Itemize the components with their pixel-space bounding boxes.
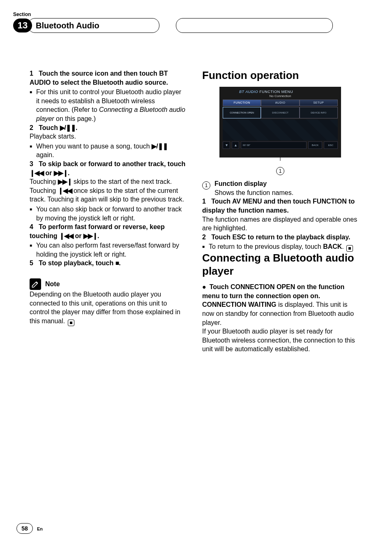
page-number: 58 <box>16 523 33 534</box>
step4-sub: ■ You can also perform fast reverse/fast… <box>30 241 186 259</box>
left-column: 1 Touch the source icon and then touch B… <box>30 69 186 354</box>
fstep1-head: 1 Touch AV MENU and then touch FUNCTION … <box>202 197 358 215</box>
bullet-icon: ■ <box>30 241 32 259</box>
ss-title: BT AUDIO FUNCTION MENU <box>223 89 338 94</box>
device-screenshot: BT AUDIO FUNCTION MENU No Connection FUN… <box>219 87 341 158</box>
function-operation-heading: Function operation <box>202 69 358 82</box>
step2-sub: ■ When you want to pause a song, touch ▶… <box>30 142 186 160</box>
ss-status: 00' 00" <box>241 141 307 149</box>
ss-tab-setup[interactable]: SETUP <box>300 100 338 106</box>
ss-tab-function[interactable]: FUNCTION <box>223 100 261 106</box>
ss-btn-disconnect[interactable]: DISCONNECT <box>261 107 299 118</box>
step3-head: 3 To skip back or forward to another tra… <box>30 160 186 177</box>
header-row: 13 Bluetooth Audio <box>13 18 362 33</box>
ss-back-button[interactable]: BACK <box>308 141 322 149</box>
ss-down-icon[interactable]: ▾ <box>223 141 230 149</box>
conn-line2: If your Bluetooth audio player is set re… <box>202 327 358 354</box>
ss-footer: ▾ ▴ 00' 00" BACK ESC <box>223 141 338 149</box>
prev-track-icon: ❙◀◀ <box>30 169 44 176</box>
next-track-icon: ▶▶❙ <box>58 178 72 185</box>
bullet-icon: ■ <box>30 142 32 160</box>
stop-icon: ■ <box>115 259 119 266</box>
ss-up-icon[interactable]: ▴ <box>232 141 239 149</box>
bullet-icon: ■ <box>30 205 32 222</box>
step2-head: 2 Touch ▶/❚❚. <box>30 123 186 132</box>
step4-head: 4 To perform fast forward or reverse, ke… <box>30 222 186 240</box>
next-track-icon: ▶▶❙ <box>83 232 97 239</box>
right-column: Function operation BT AUDIO FUNCTION MEN… <box>202 69 358 354</box>
function-display-desc: Shows the function names. <box>214 189 293 196</box>
step1-sub: ■ For this unit to control your Bluetoot… <box>30 88 186 123</box>
conn-bullet: ●Touch CONNECTION OPEN on the function m… <box>202 283 358 301</box>
ss-button-row: CONNECTION OPEN DISCONNECT DEVICE INFO <box>223 107 338 118</box>
bullet-icon: ■ <box>202 242 205 252</box>
step5-head: 5 To stop playback, touch ■. <box>30 259 186 268</box>
ss-btn-connection-open[interactable]: CONNECTION OPEN <box>223 107 261 118</box>
end-mark-icon <box>68 320 74 326</box>
ss-tab-audio[interactable]: AUDIO <box>261 100 299 106</box>
ss-empty-area <box>223 119 338 141</box>
function-display-item: 1 Function display Shows the function na… <box>202 179 358 197</box>
section-number-badge: 13 <box>13 19 32 32</box>
fstep2-sub: ■ To return to the previous display, tou… <box>202 242 358 252</box>
prev-track-icon: ❙◀◀ <box>58 187 72 194</box>
step1-head: 1 Touch the source icon and then touch B… <box>30 69 186 87</box>
fstep2-head: 2 Touch ESC to return to the playback di… <box>202 233 358 242</box>
page-language: En <box>37 526 43 531</box>
note-header: Note <box>30 278 186 290</box>
ss-btn-device-info[interactable]: DEVICE INFO <box>300 107 338 118</box>
connecting-heading: Connecting a Bluetooth audio player <box>202 252 358 277</box>
note-label: Note <box>45 280 60 289</box>
next-track-icon: ▶▶❙ <box>54 169 68 176</box>
ss-esc-button[interactable]: ESC <box>324 141 338 149</box>
ss-subtitle: No Connection <box>223 94 338 99</box>
title-pill-group: 13 Bluetooth Audio <box>13 18 159 33</box>
step3-body: Touching ▶▶❙ skips to the start of the n… <box>30 177 186 204</box>
bullet-icon: ● <box>202 283 206 290</box>
circled-1-icon: 1 <box>202 181 210 190</box>
note-body: Depending on the Bluetooth audio player … <box>30 290 186 326</box>
conn-line1: CONNECTION WAITING is displayed. This un… <box>202 300 358 327</box>
step3-sub: ■ You can also skip back or forward to a… <box>30 205 186 222</box>
prev-track-icon: ❙◀◀ <box>59 232 73 239</box>
bullet-icon: ■ <box>30 88 32 123</box>
page-footer: 58 En <box>16 523 43 534</box>
empty-pill <box>176 18 333 33</box>
section-label: Section <box>13 12 362 17</box>
callout-number-icon: 1 <box>276 167 284 175</box>
end-mark-icon <box>346 245 353 252</box>
play-pause-icon: ▶/❚❚ <box>60 124 76 131</box>
ss-tabs: FUNCTION AUDIO SETUP <box>223 100 338 106</box>
fstep1-body: The function names are displayed and ope… <box>202 215 358 233</box>
function-display-label: Function display <box>214 179 293 188</box>
section-title-pill: Bluetooth Audio <box>28 18 159 33</box>
play-pause-icon: ▶/❚❚ <box>152 143 167 150</box>
screenshot-callout: 1 <box>202 155 358 175</box>
note-icon <box>30 278 41 290</box>
step2-line1: Playback starts. <box>30 132 186 141</box>
